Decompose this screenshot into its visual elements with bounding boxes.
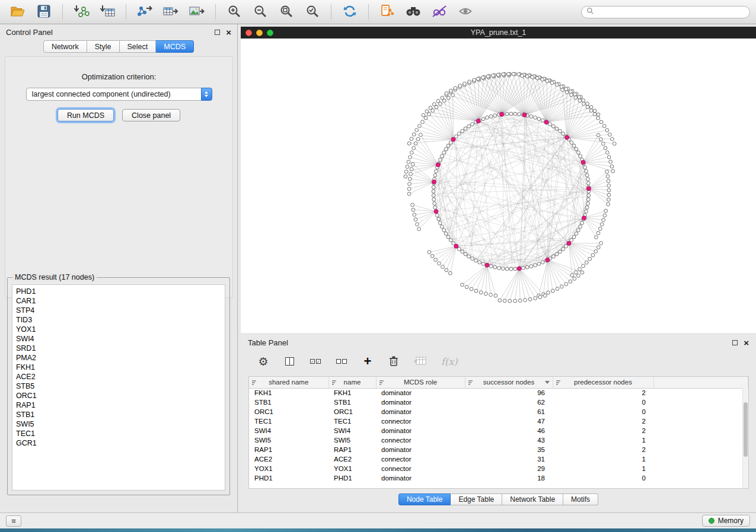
table-row[interactable]: FKH1FKH1dominator962 [249, 388, 748, 398]
network-node[interactable] [432, 198, 436, 201]
network-node[interactable] [561, 88, 564, 92]
tab-network[interactable]: Network [43, 40, 87, 53]
network-node-hub[interactable] [544, 120, 548, 124]
network-node[interactable] [569, 90, 573, 94]
network-node[interactable] [606, 175, 610, 178]
network-node[interactable] [559, 250, 562, 254]
status-menu-button[interactable]: ≡ [6, 515, 21, 527]
network-node[interactable] [528, 297, 532, 301]
network-node[interactable] [449, 271, 452, 275]
table-row[interactable]: TEC1TEC1connector472 [249, 416, 748, 426]
cell-successors[interactable]: 43 [465, 435, 553, 445]
network-node[interactable] [556, 287, 559, 291]
find-button[interactable] [401, 2, 425, 21]
cell-role[interactable]: dominator [376, 473, 465, 483]
network-node[interactable] [607, 184, 611, 187]
cell-predecessors[interactable]: 2 [553, 426, 653, 435]
cell-role[interactable]: dominator [376, 426, 465, 435]
network-node[interactable] [441, 96, 444, 100]
network-node-hub[interactable] [565, 136, 569, 140]
cell-role[interactable]: dominator [376, 398, 465, 407]
network-node-hub[interactable] [567, 241, 571, 245]
import-table-button[interactable] [95, 2, 119, 21]
network-node[interactable] [446, 144, 450, 148]
import-network-button[interactable] [69, 2, 93, 21]
network-node[interactable] [586, 105, 589, 109]
zoom-out-button[interactable] [248, 2, 272, 21]
network-node[interactable] [407, 161, 410, 164]
network-node[interactable] [599, 120, 603, 124]
network-node[interactable] [600, 223, 604, 226]
network-node[interactable] [406, 165, 409, 169]
close-panel-button[interactable]: Close panel [122, 109, 180, 121]
network-node[interactable] [429, 106, 432, 110]
network-node[interactable] [407, 142, 411, 145]
network-node[interactable] [599, 242, 603, 245]
mcds-result-item[interactable]: STP4 [12, 306, 225, 315]
optimization-criterion-select[interactable]: largest connected component (undirected) [26, 88, 212, 101]
network-node[interactable] [582, 264, 585, 268]
network-node[interactable] [589, 109, 593, 113]
network-node[interactable] [461, 250, 464, 254]
network-node[interactable] [551, 255, 555, 258]
minimize-window-icon[interactable] [256, 30, 263, 36]
network-node[interactable] [602, 142, 605, 146]
network-node[interactable] [449, 89, 453, 92]
network-node[interactable] [610, 165, 614, 168]
network-node[interactable] [570, 141, 573, 145]
network-node[interactable] [441, 265, 445, 269]
search-box[interactable] [581, 6, 750, 18]
network-node-hub[interactable] [500, 113, 504, 117]
network-node[interactable] [474, 289, 478, 293]
network-node[interactable] [418, 124, 422, 128]
network-node[interactable] [421, 120, 425, 124]
network-node[interactable] [548, 123, 552, 126]
network-node[interactable] [602, 124, 606, 128]
network-node[interactable] [508, 299, 512, 303]
network-node[interactable] [596, 232, 600, 235]
network-node[interactable] [481, 76, 485, 79]
mcds-result-item[interactable]: ORC1 [12, 391, 225, 400]
cell-name[interactable]: PHD1 [328, 473, 376, 483]
column-header-shared-name[interactable]: shared name [249, 377, 328, 388]
table-row[interactable]: SWI4SWI4dominator462 [249, 426, 748, 435]
cell-successors[interactable]: 61 [465, 407, 553, 416]
network-node[interactable] [604, 146, 607, 150]
cell-name[interactable]: SWI4 [328, 426, 376, 435]
network-node[interactable] [507, 72, 511, 76]
network-node[interactable] [585, 174, 589, 177]
cell-successors[interactable]: 47 [465, 416, 553, 426]
network-node[interactable] [478, 261, 481, 264]
network-node[interactable] [529, 265, 533, 268]
network-node[interactable] [433, 206, 437, 209]
network-node[interactable] [586, 178, 590, 181]
network-node[interactable] [467, 255, 471, 258]
network-node[interactable] [452, 242, 455, 245]
network-node[interactable] [513, 112, 517, 116]
network-node[interactable] [607, 188, 611, 192]
network-node[interactable] [550, 81, 554, 85]
network-node[interactable] [464, 252, 467, 256]
network-node[interactable] [502, 73, 505, 76]
network-node[interactable] [562, 132, 565, 136]
network-node[interactable] [457, 132, 461, 136]
cell-shared-name[interactable]: ORC1 [249, 407, 328, 416]
network-node[interactable] [513, 267, 517, 271]
network-node-hub[interactable] [517, 267, 521, 271]
mcds-result-item[interactable]: TEC1 [12, 429, 225, 438]
network-node[interactable] [555, 252, 559, 256]
network-node[interactable] [437, 217, 441, 221]
network-node[interactable] [578, 95, 581, 99]
cell-role[interactable]: connector [376, 416, 465, 426]
network-node-hub[interactable] [454, 244, 458, 248]
table-scrollbar[interactable] [742, 388, 748, 488]
mcds-result-item[interactable]: STB1 [12, 410, 225, 419]
cell-successors[interactable]: 62 [465, 398, 553, 407]
network-node[interactable] [531, 75, 534, 79]
network-node[interactable] [407, 192, 411, 196]
network-node[interactable] [414, 218, 417, 222]
network-node[interactable] [498, 299, 502, 302]
network-node[interactable] [564, 283, 568, 286]
network-node[interactable] [599, 137, 603, 141]
cell-shared-name[interactable]: PHD1 [249, 473, 328, 483]
